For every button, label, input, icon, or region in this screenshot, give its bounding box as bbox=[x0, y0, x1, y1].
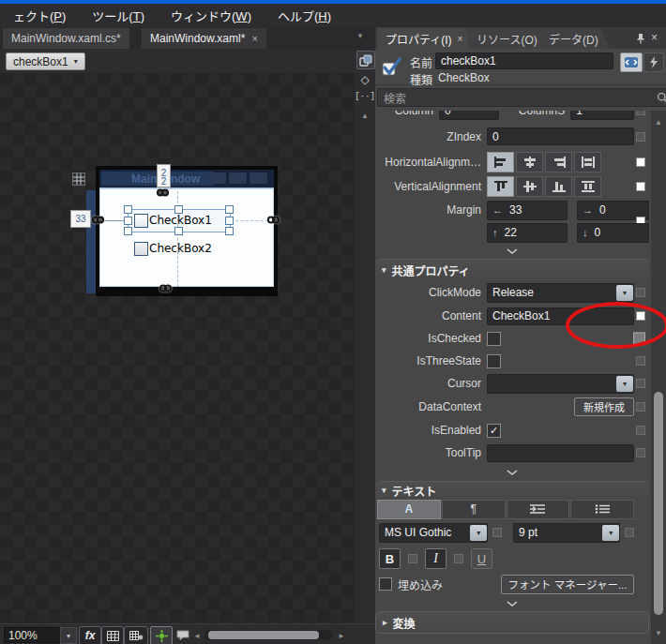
valign-bottom-button[interactable] bbox=[545, 176, 572, 197]
text-section-header[interactable]: ▾ テキスト bbox=[375, 481, 649, 499]
property-marker[interactable] bbox=[408, 554, 417, 563]
designed-checkbox1-label[interactable]: CheckBox1 bbox=[149, 214, 212, 227]
property-marker[interactable] bbox=[636, 111, 645, 115]
property-marker[interactable] bbox=[625, 528, 634, 537]
property-marker[interactable] bbox=[636, 379, 645, 388]
selection-handle-e[interactable] bbox=[225, 217, 234, 225]
paragraph-tab[interactable]: ¶ bbox=[442, 500, 506, 519]
xaml-view-icon[interactable]: ◇ bbox=[356, 71, 373, 88]
design-canvas[interactable]: MainWindow 33 22 CheckBox1 bbox=[0, 73, 355, 623]
margin-bottom-input[interactable]: ↓0 bbox=[577, 223, 649, 243]
annotations-button[interactable] bbox=[173, 626, 193, 644]
tab-mainwindow-xaml-cs[interactable]: MainWindow.xaml.cs* bbox=[3, 28, 129, 49]
halign-center-button[interactable] bbox=[516, 152, 543, 172]
designed-window-content[interactable] bbox=[99, 187, 274, 287]
anchor-bottom-icon[interactable] bbox=[159, 283, 173, 293]
tab-overflow-icon[interactable]: ▼ bbox=[356, 32, 364, 40]
font-tab[interactable]: A bbox=[377, 500, 441, 519]
scroll-thumb[interactable] bbox=[654, 392, 663, 615]
grid-adorner-icon[interactable] bbox=[72, 172, 85, 186]
tab-properties[interactable]: プロパティ(I)× bbox=[377, 28, 474, 49]
name-input[interactable]: checkBox1 bbox=[435, 52, 613, 69]
snap-to-grid-button[interactable] bbox=[124, 626, 148, 644]
font-family-dropdown[interactable]: MS UI Gothic▾ bbox=[379, 523, 488, 543]
designed-checkbox2-box[interactable] bbox=[134, 242, 148, 256]
list-tab[interactable] bbox=[570, 500, 634, 519]
common-properties-header[interactable]: ▾ 共通プロパティ bbox=[375, 259, 649, 280]
margin-top-input[interactable]: ↑22 bbox=[487, 223, 568, 243]
property-marker[interactable] bbox=[636, 426, 645, 435]
zoom-level-field[interactable]: 100% bbox=[4, 627, 64, 643]
properties-scrollbar[interactable]: ▲ ▼ bbox=[651, 111, 666, 644]
common-section-collapse[interactable] bbox=[375, 464, 649, 481]
selection-handle-ne[interactable] bbox=[225, 205, 234, 214]
property-marker[interactable] bbox=[636, 402, 645, 412]
property-marker[interactable] bbox=[454, 554, 463, 563]
menu-item-tools[interactable]: ツール(T) bbox=[79, 7, 158, 24]
selection-handle-nw[interactable] bbox=[124, 205, 132, 214]
selection-handle-n[interactable] bbox=[174, 205, 183, 214]
switch-view-icon[interactable] bbox=[356, 51, 375, 69]
scroll-down-icon[interactable]: ▼ bbox=[655, 629, 662, 637]
tooltip-input[interactable] bbox=[487, 444, 634, 462]
chevron-down-icon[interactable]: ▾ bbox=[616, 376, 633, 392]
font-size-dropdown[interactable]: 9 pt▾ bbox=[513, 523, 620, 543]
zindex-input[interactable]: 0 bbox=[487, 127, 634, 145]
font-manager-button[interactable]: フォント マネージャー... bbox=[501, 575, 634, 594]
anchor-left-icon[interactable] bbox=[91, 215, 105, 225]
content-input[interactable]: CheckBox1 bbox=[487, 307, 634, 325]
datacontext-new-button[interactable]: 新規作成 bbox=[574, 397, 634, 416]
valign-top-button[interactable] bbox=[487, 176, 514, 197]
menu-item-window[interactable]: ウィンドウ(W) bbox=[158, 7, 265, 24]
hscroll-left-icon[interactable]: ◄ bbox=[193, 632, 201, 640]
text-section-collapse[interactable] bbox=[375, 596, 649, 611]
menu-item-help[interactable]: ヘルプ(H) bbox=[265, 7, 344, 24]
close-icon[interactable]: × bbox=[251, 33, 257, 44]
property-marker-set[interactable] bbox=[636, 182, 645, 191]
tab-data[interactable]: データ(D) bbox=[540, 28, 610, 49]
scroll-up-icon[interactable]: ▲ bbox=[655, 118, 662, 127]
property-marker[interactable] bbox=[636, 448, 645, 457]
horizontal-scrollbar[interactable] bbox=[204, 630, 332, 640]
split-view-icon[interactable]: [··] bbox=[356, 88, 373, 105]
property-marker-set[interactable] bbox=[636, 157, 645, 167]
pin-icon[interactable] bbox=[636, 33, 645, 44]
zoom-dropdown-icon[interactable]: ▾ bbox=[60, 627, 77, 644]
ischecked-checkbox[interactable] bbox=[487, 332, 501, 346]
designer-scroll-up-icon[interactable]: ▲ bbox=[356, 107, 373, 124]
show-gridlines-button[interactable] bbox=[101, 626, 124, 644]
breadcrumb-element-dropdown[interactable]: checkBox1▾ bbox=[6, 52, 85, 70]
selection-handle-w[interactable] bbox=[124, 217, 132, 225]
selection-handle-se[interactable] bbox=[225, 227, 234, 235]
property-marker[interactable] bbox=[636, 288, 645, 297]
embed-checkbox[interactable] bbox=[379, 577, 392, 591]
property-marker-set[interactable] bbox=[636, 311, 645, 321]
property-marker[interactable] bbox=[492, 528, 502, 537]
clickmode-dropdown[interactable]: Release▾ bbox=[487, 283, 634, 303]
cursor-dropdown[interactable]: ▾ bbox=[487, 374, 634, 394]
anchor-top-icon[interactable] bbox=[156, 187, 170, 198]
isthreestate-checkbox[interactable] bbox=[487, 354, 501, 368]
menu-item-project[interactable]: ェクト(P) bbox=[0, 7, 79, 24]
selection-handle-sw[interactable] bbox=[124, 227, 132, 235]
snap-to-snaplines-button[interactable] bbox=[150, 626, 173, 644]
close-panel-icon[interactable]: × bbox=[651, 31, 658, 44]
property-marker-advanced[interactable] bbox=[633, 333, 645, 345]
designed-checkbox2-label[interactable]: CheckBox2 bbox=[149, 242, 212, 255]
chevron-down-icon[interactable]: ▾ bbox=[616, 285, 633, 301]
valign-stretch-button[interactable] bbox=[574, 176, 601, 197]
transform-section-header[interactable]: ▸ 変換 bbox=[375, 611, 649, 634]
tab-resources[interactable]: リソース(O) bbox=[468, 28, 549, 49]
selection-handle-s[interactable] bbox=[174, 227, 183, 235]
halign-left-button[interactable] bbox=[487, 152, 514, 172]
tab-mainwindow-xaml[interactable]: MainWindow.xaml*× bbox=[142, 28, 266, 49]
underline-button[interactable]: U bbox=[471, 548, 492, 569]
chevron-down-icon[interactable]: ▾ bbox=[602, 525, 619, 541]
chevron-down-icon[interactable]: ▾ bbox=[470, 525, 487, 541]
property-search-input[interactable]: 検索 bbox=[377, 88, 666, 107]
effects-button[interactable]: fx bbox=[79, 626, 101, 644]
events-view-button[interactable] bbox=[643, 52, 664, 72]
columnspan-input[interactable]: 1 bbox=[570, 111, 634, 120]
italic-button[interactable]: I bbox=[425, 548, 447, 569]
column-input[interactable]: 0 bbox=[439, 111, 499, 120]
